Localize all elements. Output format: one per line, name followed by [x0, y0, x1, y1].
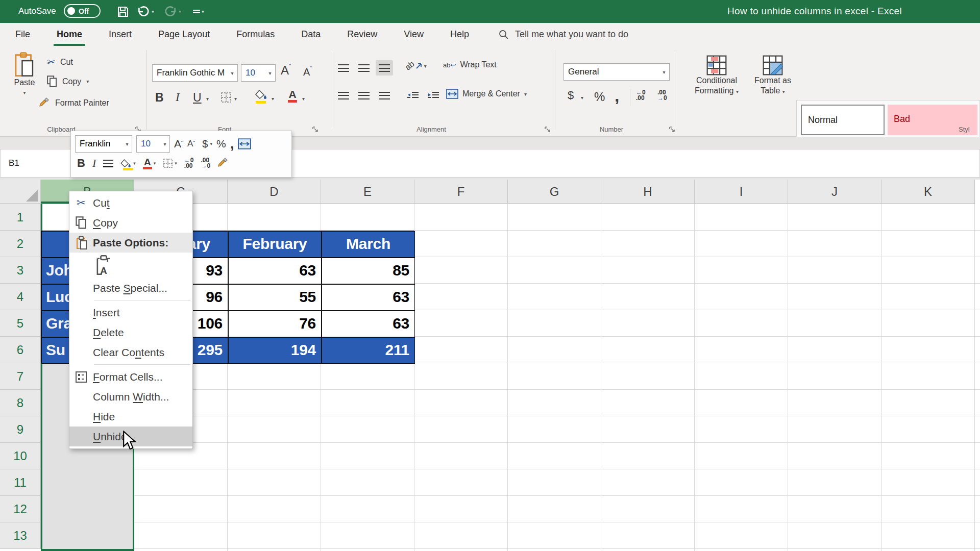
column-header-F[interactable]: F: [414, 180, 508, 204]
table-cell[interactable]: 63: [228, 258, 322, 284]
undo-icon[interactable]: ▾: [133, 6, 158, 17]
menu-item-paste-special[interactable]: Paste Special...: [69, 278, 192, 298]
font-dialog-launcher-icon[interactable]: [312, 126, 319, 133]
menu-item-cut[interactable]: ✂Cut: [69, 193, 192, 213]
menu-item-format-cells[interactable]: Format Cells...: [69, 367, 192, 387]
autosave-toggle[interactable]: Off: [64, 4, 101, 18]
row-header-5[interactable]: 5: [0, 310, 41, 337]
menu-item-paste-options[interactable]: Paste Options:: [69, 233, 192, 253]
row-header-13[interactable]: 13: [0, 522, 41, 549]
table-cell[interactable]: 211: [322, 337, 415, 364]
row-header-3[interactable]: 3: [0, 257, 41, 284]
format-as-table-button[interactable]: Format as Table ▾: [748, 55, 797, 97]
tab-page-layout[interactable]: Page Layout: [158, 23, 210, 46]
row-header-12[interactable]: 12: [0, 496, 41, 522]
tab-home[interactable]: Home: [57, 23, 82, 46]
select-all-corner[interactable]: [0, 180, 41, 204]
row-header-1[interactable]: 1: [0, 204, 41, 231]
fill-color-button[interactable]: [255, 90, 267, 104]
underline-dropdown-icon[interactable]: ▾: [206, 96, 209, 102]
font-color-button[interactable]: A: [288, 89, 297, 103]
mini-font-name-combo[interactable]: Franklin ▾: [75, 135, 132, 153]
row-header-9[interactable]: 9: [0, 416, 41, 443]
copy-button[interactable]: Copy ▾: [47, 76, 89, 87]
mini-fill-color-button[interactable]: ▾: [120, 159, 136, 167]
row-header-11[interactable]: 11: [0, 469, 41, 496]
tab-insert[interactable]: Insert: [109, 23, 132, 46]
increase-indent-button[interactable]: [425, 88, 442, 103]
mini-merge-center-icon[interactable]: [238, 138, 251, 149]
column-header-E[interactable]: E: [321, 180, 414, 204]
column-header-D[interactable]: D: [228, 180, 321, 204]
mini-comma-button[interactable]: ,: [230, 136, 234, 152]
column-header-G[interactable]: G: [508, 180, 601, 204]
borders-button[interactable]: [220, 92, 232, 105]
menu-item-insert[interactable]: Insert: [69, 303, 192, 322]
mini-bold-button[interactable]: B: [77, 157, 85, 170]
percent-style-button[interactable]: %: [594, 90, 605, 104]
shrink-font-button[interactable]: Aˇ: [303, 65, 312, 78]
row-header-6[interactable]: 6: [0, 337, 41, 363]
name-box[interactable]: B1: [0, 149, 71, 178]
mini-font-color-button[interactable]: A ▾: [143, 158, 156, 169]
conditional-formatting-button[interactable]: Conditional Formatting ▾: [690, 55, 743, 97]
row-header-2[interactable]: 2: [0, 231, 41, 257]
mini-font-size-combo[interactable]: 10 ▾: [136, 135, 170, 153]
table-cell[interactable]: 76: [228, 311, 322, 337]
menu-item-delete[interactable]: Delete: [69, 322, 192, 342]
underline-button[interactable]: U: [193, 91, 202, 105]
align-top-button[interactable]: [335, 60, 352, 76]
mini-increase-decimal-icon[interactable]: ←0.00: [184, 158, 194, 169]
tab-help[interactable]: Help: [450, 23, 469, 46]
tab-review[interactable]: Review: [347, 23, 377, 46]
cell-style-normal[interactable]: Normal: [801, 105, 885, 135]
mini-percent-button[interactable]: %: [216, 138, 226, 150]
bold-button[interactable]: B: [155, 91, 164, 105]
save-icon[interactable]: [113, 6, 133, 18]
alignment-dialog-launcher-icon[interactable]: [544, 126, 551, 133]
tab-formulas[interactable]: Formulas: [236, 23, 275, 46]
mini-decrease-decimal-icon[interactable]: .00→0: [201, 158, 211, 169]
row-header-7[interactable]: 7: [0, 363, 41, 390]
borders-dropdown-icon[interactable]: ▾: [234, 96, 237, 102]
italic-button[interactable]: I: [176, 91, 180, 104]
column-header-I[interactable]: I: [695, 180, 788, 204]
currency-button[interactable]: $: [568, 89, 574, 102]
mini-italic-button[interactable]: I: [92, 157, 96, 170]
number-dialog-launcher-icon[interactable]: [669, 126, 676, 133]
table-cell[interactable]: 63: [322, 311, 415, 337]
tell-me-search[interactable]: Tell me what you want to do: [499, 29, 628, 40]
mini-bottom-border-icon[interactable]: [103, 160, 113, 167]
table-cell[interactable]: 55: [228, 284, 322, 311]
menu-item-hide[interactable]: Hide: [69, 407, 192, 427]
font-name-combo[interactable]: Franklin Gothic M ▾: [152, 64, 238, 82]
table-header-cell[interactable]: March: [322, 231, 415, 258]
cut-button[interactable]: ✂ Cut: [47, 56, 73, 68]
row-header-10[interactable]: 10: [0, 443, 41, 469]
decrease-indent-button[interactable]: [404, 88, 422, 103]
tab-view[interactable]: View: [404, 23, 424, 46]
table-cell[interactable]: 63: [322, 284, 415, 311]
mini-shrink-font-button[interactable]: Aˇ: [187, 139, 195, 149]
column-header-J[interactable]: J: [788, 180, 881, 204]
grow-font-button[interactable]: Aˆ: [281, 63, 291, 78]
row-header-4[interactable]: 4: [0, 284, 41, 310]
mini-format-painter-icon[interactable]: [217, 157, 230, 169]
mini-currency-button[interactable]: $▾: [202, 138, 212, 150]
align-right-button[interactable]: [376, 88, 393, 103]
paste-button[interactable]: Paste ▾: [8, 52, 41, 98]
currency-dropdown-icon[interactable]: ▾: [581, 95, 583, 101]
column-header-K[interactable]: K: [881, 180, 975, 204]
tab-file[interactable]: File: [15, 23, 30, 46]
align-bottom-button[interactable]: [376, 60, 393, 76]
number-format-combo[interactable]: General ▾: [564, 63, 670, 81]
merge-center-button[interactable]: Merge & Center ▾: [446, 89, 527, 99]
menu-item-copy[interactable]: Copy: [69, 213, 192, 233]
column-header-H[interactable]: H: [601, 180, 695, 204]
wrap-text-button[interactable]: ab↩ Wrap Text: [443, 60, 497, 69]
redo-icon[interactable]: ▾: [158, 6, 187, 17]
customize-qat-icon[interactable]: ▾: [187, 9, 210, 14]
increase-decimal-icon[interactable]: ←0.00: [636, 90, 646, 101]
fill-color-dropdown-icon[interactable]: ▾: [272, 96, 274, 102]
font-size-combo[interactable]: 10 ▾: [241, 64, 276, 82]
